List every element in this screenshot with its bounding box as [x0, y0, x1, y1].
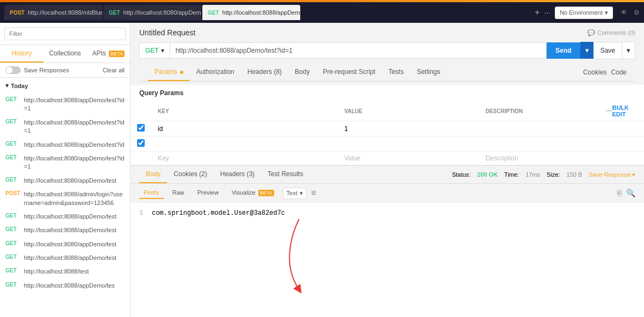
history-url: http://localhost:8080/appDemo/test?id=1 — [24, 154, 125, 171]
new-param-value[interactable]: Value — [338, 152, 479, 165]
resp-tab-test-results[interactable]: Test Results — [261, 166, 309, 183]
bulk-edit-button[interactable]: Bulk Edit — [612, 104, 637, 117]
save-dropdown-button[interactable]: ▾ — [622, 41, 635, 59]
toggle-switch[interactable] — [5, 66, 21, 74]
param-desc-id[interactable] — [479, 121, 599, 136]
code-link[interactable]: Code — [611, 69, 627, 76]
list-item[interactable]: GET http://localhost:8080/appDemo/test — [0, 238, 130, 251]
send-button[interactable]: Send — [547, 42, 580, 59]
save-responses-label: Save Responses — [24, 67, 69, 73]
history-url: http://localhost:8080/appDemo/test — [24, 240, 116, 248]
history-url: http://localhost:8088/appDemo/tes — [24, 282, 115, 290]
cookies-link[interactable]: Cookies — [583, 69, 606, 76]
param-value-empty[interactable] — [338, 136, 479, 152]
param-key-id[interactable]: id — [151, 121, 338, 136]
tab-body[interactable]: Body — [288, 64, 316, 81]
sidebar-tab-history[interactable]: History — [0, 45, 44, 63]
env-eye-icon[interactable]: 👁 — [621, 9, 627, 16]
status-label: Status: — [452, 171, 470, 178]
environment-selector[interactable]: No Environment ▾ — [555, 7, 613, 19]
sidebar-tab-apis[interactable]: APIs BETA — [86, 45, 130, 63]
url-bar: GET ▾ Send ▾ Save ▾ — [139, 41, 635, 59]
send-dropdown-button[interactable]: ▾ — [580, 42, 593, 59]
copy-response-button[interactable]: ⎘ — [617, 189, 622, 197]
list-item[interactable]: POST http://localhost:8088/admin/login?u… — [0, 188, 130, 210]
resp-tab-headers[interactable]: Headers (3) — [214, 166, 261, 183]
sidebar-search-area — [0, 23, 130, 45]
view-visualize-button[interactable]: Visualize BETA — [227, 187, 278, 199]
history-method: GET — [5, 268, 21, 274]
tab-url-post: http://localhost:8088/mbBlue... — [28, 9, 102, 16]
param-checkbox-id[interactable] — [137, 124, 145, 132]
list-item[interactable]: GET http://localhost:8088/appDemo/test?i… — [0, 138, 130, 152]
view-preview-button[interactable]: Preview — [193, 187, 223, 199]
list-item[interactable]: GET http://localhost:8088/test — [0, 265, 130, 278]
tab-get-appdemo2[interactable]: GET http://localhost:8088/appDemo... — [202, 5, 300, 20]
request-tab-bar: POST http://localhost:8088/mbBlue... GET… — [0, 2, 644, 23]
tab-tests[interactable]: Tests — [382, 64, 410, 81]
param-row-new: Key Value Description — [131, 152, 644, 165]
response-body-toolbar: Pretty Raw Preview Visualize BETA Text ▾… — [131, 184, 644, 203]
list-item[interactable]: GET http://localhost:8088/appDemo/test — [0, 223, 130, 237]
history-url: http://localhost:8088/appDemo/test?id=1 — [24, 96, 125, 113]
list-item[interactable]: GET http://localhost:8080/appDemo/test?i… — [0, 152, 130, 174]
param-desc-empty[interactable] — [479, 136, 599, 152]
response-section: Body Cookies (2) Headers (3) Test Result… — [131, 166, 644, 317]
tab-post-mbblue[interactable]: POST http://localhost:8088/mbBlue... — [4, 5, 102, 20]
sidebar-tab-collections[interactable]: Collections — [44, 45, 87, 63]
list-item[interactable]: GET http://localhost:8088/appDemo/test?i… — [0, 94, 130, 116]
list-item[interactable]: GET http://localhost:8080/appDemo/test — [0, 174, 130, 188]
list-item[interactable]: GET http://localhost:8088/appDemo/tes — [0, 279, 130, 293]
resp-tab-cookies[interactable]: Cookies (2) — [167, 166, 213, 183]
tab-params[interactable]: Params — [148, 64, 190, 81]
wrap-lines-icon[interactable]: ≡ — [311, 188, 316, 198]
param-value-id[interactable]: 1 — [338, 121, 479, 136]
visualize-beta-badge: BETA — [258, 190, 274, 196]
history-method: GET — [5, 254, 21, 260]
value-column-header: VALUE — [338, 101, 479, 121]
view-pretty-button[interactable]: Pretty — [139, 187, 164, 199]
sidebar: History Collections APIs BETA Save Respo… — [0, 23, 131, 317]
save-responses-toggle: Save Responses — [5, 66, 69, 74]
comments-link[interactable]: 💬 Comments (0) — [587, 29, 635, 36]
resp-tab-body[interactable]: Body — [139, 166, 167, 183]
status-value: 200 OK — [477, 171, 498, 178]
env-gear-icon[interactable]: ⚙ — [634, 9, 640, 16]
comment-icon: 💬 — [587, 29, 595, 36]
new-param-description[interactable]: Description — [479, 152, 599, 165]
clear-all-button[interactable]: Clear all — [103, 67, 125, 73]
method-select[interactable]: GET ▾ — [139, 42, 170, 59]
view-raw-button[interactable]: Raw — [168, 187, 189, 199]
more-tabs-button[interactable]: ··· — [544, 8, 550, 17]
param-key-empty[interactable] — [151, 136, 338, 152]
params-more-icon[interactable]: ··· — [606, 107, 612, 115]
tab-method-post: POST — [10, 10, 24, 16]
history-url: http://localhost:8088/appDemo/test — [24, 254, 116, 262]
save-button[interactable]: Save — [593, 42, 622, 59]
sidebar-history-list: ▾ Today GET http://localhost:8088/appDem… — [0, 78, 130, 317]
history-url: http://localhost:8088/test — [24, 268, 89, 276]
param-checkbox-empty[interactable] — [137, 139, 145, 147]
tab-authorization[interactable]: Authorization — [190, 64, 241, 81]
save-response-button[interactable]: Save Response ▾ — [589, 171, 635, 178]
new-param-key[interactable]: Key — [151, 152, 338, 165]
list-item[interactable]: GET http://localhost:8088/appDemo/test — [0, 251, 130, 265]
add-tab-button[interactable]: + — [535, 8, 540, 17]
list-item[interactable]: GET http://localhost:8088/appDemo/test — [0, 210, 130, 223]
tab-settings[interactable]: Settings — [410, 64, 447, 81]
search-response-button[interactable]: 🔍 — [626, 189, 635, 197]
tab-get-appdemo1[interactable]: GET http://localhost:8080/appDemo... — [103, 5, 201, 20]
chevron-down-icon: ▾ — [605, 9, 608, 16]
params-dot — [180, 71, 183, 74]
request-title-text: Untitled Request — [139, 28, 196, 37]
tab-prerequest[interactable]: Pre-request Script — [316, 64, 382, 81]
url-input[interactable] — [170, 42, 547, 59]
history-method: GET — [5, 177, 21, 183]
format-selector[interactable]: Text ▾ — [283, 188, 307, 199]
history-url: http://localhost:8080/appDemo/test — [24, 177, 116, 185]
search-input[interactable] — [4, 27, 126, 40]
env-value: No Environment — [560, 9, 603, 16]
today-section-header: ▾ Today — [0, 78, 130, 94]
tab-headers[interactable]: Headers (8) — [241, 64, 288, 81]
list-item[interactable]: GET http://localhost:8088/appDemo/test?i… — [0, 116, 130, 138]
